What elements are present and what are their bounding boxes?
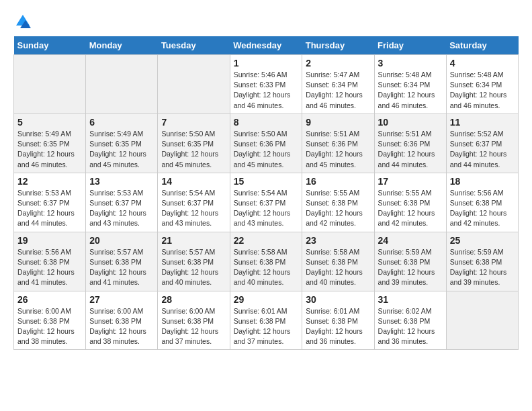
calendar-cell: 23Sunrise: 5:58 AM Sunset: 6:38 PM Dayli… bbox=[302, 232, 374, 291]
day-number: 22 bbox=[234, 235, 299, 246]
day-info: Sunrise: 5:58 AM Sunset: 6:38 PM Dayligh… bbox=[306, 247, 370, 288]
calendar-cell: 14Sunrise: 5:54 AM Sunset: 6:37 PM Dayli… bbox=[158, 173, 230, 232]
calendar-cell: 11Sunrise: 5:52 AM Sunset: 6:37 PM Dayli… bbox=[446, 113, 518, 173]
day-info: Sunrise: 5:48 AM Sunset: 6:34 PM Dayligh… bbox=[450, 70, 515, 111]
calendar-cell: 30Sunrise: 6:01 AM Sunset: 6:38 PM Dayli… bbox=[302, 291, 374, 350]
day-info: Sunrise: 5:49 AM Sunset: 6:35 PM Dayligh… bbox=[89, 129, 154, 170]
day-info: Sunrise: 5:59 AM Sunset: 6:38 PM Dayligh… bbox=[450, 247, 515, 288]
day-info: Sunrise: 5:48 AM Sunset: 6:34 PM Dayligh… bbox=[378, 70, 443, 111]
weekday-header: Tuesday bbox=[158, 36, 230, 55]
calendar-cell: 27Sunrise: 6:00 AM Sunset: 6:38 PM Dayli… bbox=[86, 291, 158, 350]
weekday-header: Saturday bbox=[446, 36, 518, 55]
day-number: 2 bbox=[306, 58, 370, 68]
day-number: 19 bbox=[17, 235, 82, 246]
day-number: 3 bbox=[378, 58, 443, 68]
day-number: 1 bbox=[234, 58, 299, 68]
day-number: 16 bbox=[306, 176, 370, 187]
day-info: Sunrise: 5:55 AM Sunset: 6:38 PM Dayligh… bbox=[306, 188, 370, 229]
day-number: 5 bbox=[17, 117, 82, 128]
calendar-cell: 15Sunrise: 5:54 AM Sunset: 6:37 PM Dayli… bbox=[230, 173, 302, 232]
day-info: Sunrise: 5:51 AM Sunset: 6:36 PM Dayligh… bbox=[306, 129, 370, 170]
day-number: 6 bbox=[89, 117, 154, 128]
calendar-cell: 31Sunrise: 6:02 AM Sunset: 6:38 PM Dayli… bbox=[374, 291, 446, 350]
weekday-header: Sunday bbox=[14, 36, 86, 55]
day-number: 11 bbox=[450, 117, 515, 128]
logo-icon bbox=[15, 13, 31, 30]
day-number: 8 bbox=[234, 117, 299, 128]
day-info: Sunrise: 5:59 AM Sunset: 6:38 PM Dayligh… bbox=[378, 247, 443, 288]
calendar-cell: 4Sunrise: 5:48 AM Sunset: 6:34 PM Daylig… bbox=[446, 55, 518, 114]
day-info: Sunrise: 5:54 AM Sunset: 6:37 PM Dayligh… bbox=[234, 188, 299, 229]
day-info: Sunrise: 5:58 AM Sunset: 6:38 PM Dayligh… bbox=[234, 247, 299, 288]
day-info: Sunrise: 6:02 AM Sunset: 6:38 PM Dayligh… bbox=[378, 306, 443, 347]
weekday-header: Monday bbox=[86, 36, 158, 55]
day-number: 18 bbox=[450, 176, 515, 187]
page-header bbox=[13, 13, 519, 30]
calendar-cell: 26Sunrise: 6:00 AM Sunset: 6:38 PM Dayli… bbox=[14, 291, 86, 350]
calendar-cell: 21Sunrise: 5:57 AM Sunset: 6:38 PM Dayli… bbox=[158, 232, 230, 291]
day-number: 23 bbox=[306, 235, 370, 246]
calendar-cell: 6Sunrise: 5:49 AM Sunset: 6:35 PM Daylig… bbox=[86, 113, 158, 173]
day-info: Sunrise: 6:00 AM Sunset: 6:38 PM Dayligh… bbox=[161, 306, 226, 347]
day-number: 30 bbox=[306, 294, 370, 305]
calendar-cell: 29Sunrise: 6:01 AM Sunset: 6:38 PM Dayli… bbox=[230, 291, 302, 350]
calendar-week-row: 1Sunrise: 5:46 AM Sunset: 6:33 PM Daylig… bbox=[14, 55, 519, 114]
calendar-cell: 10Sunrise: 5:51 AM Sunset: 6:36 PM Dayli… bbox=[374, 113, 446, 173]
calendar-table: SundayMondayTuesdayWednesdayThursdayFrid… bbox=[13, 36, 519, 350]
weekday-header: Wednesday bbox=[230, 36, 302, 55]
day-number: 29 bbox=[234, 294, 299, 305]
calendar-cell: 1Sunrise: 5:46 AM Sunset: 6:33 PM Daylig… bbox=[230, 55, 302, 114]
day-number: 17 bbox=[378, 176, 443, 187]
calendar-week-row: 19Sunrise: 5:56 AM Sunset: 6:38 PM Dayli… bbox=[14, 232, 519, 291]
calendar-cell: 5Sunrise: 5:49 AM Sunset: 6:35 PM Daylig… bbox=[14, 113, 86, 173]
day-number: 7 bbox=[161, 117, 226, 128]
day-number: 28 bbox=[161, 294, 226, 305]
day-number: 25 bbox=[450, 235, 515, 246]
calendar-cell: 28Sunrise: 6:00 AM Sunset: 6:38 PM Dayli… bbox=[158, 291, 230, 350]
calendar-cell: 18Sunrise: 5:56 AM Sunset: 6:38 PM Dayli… bbox=[446, 173, 518, 232]
calendar-cell: 3Sunrise: 5:48 AM Sunset: 6:34 PM Daylig… bbox=[374, 55, 446, 114]
logo bbox=[13, 13, 31, 30]
day-info: Sunrise: 5:56 AM Sunset: 6:38 PM Dayligh… bbox=[450, 188, 515, 229]
day-info: Sunrise: 5:50 AM Sunset: 6:36 PM Dayligh… bbox=[234, 129, 299, 170]
calendar-cell bbox=[86, 55, 158, 114]
calendar-week-row: 12Sunrise: 5:53 AM Sunset: 6:37 PM Dayli… bbox=[14, 173, 519, 232]
day-info: Sunrise: 6:01 AM Sunset: 6:38 PM Dayligh… bbox=[306, 306, 370, 347]
calendar-cell: 2Sunrise: 5:47 AM Sunset: 6:34 PM Daylig… bbox=[302, 55, 374, 114]
calendar-cell: 7Sunrise: 5:50 AM Sunset: 6:35 PM Daylig… bbox=[158, 113, 230, 173]
day-info: Sunrise: 5:57 AM Sunset: 6:38 PM Dayligh… bbox=[161, 247, 226, 288]
calendar-cell: 13Sunrise: 5:53 AM Sunset: 6:37 PM Dayli… bbox=[86, 173, 158, 232]
day-info: Sunrise: 5:55 AM Sunset: 6:38 PM Dayligh… bbox=[378, 188, 443, 229]
calendar-cell: 19Sunrise: 5:56 AM Sunset: 6:38 PM Dayli… bbox=[14, 232, 86, 291]
day-info: Sunrise: 5:46 AM Sunset: 6:33 PM Dayligh… bbox=[234, 70, 299, 111]
day-number: 20 bbox=[89, 235, 154, 246]
day-number: 13 bbox=[89, 176, 154, 187]
day-info: Sunrise: 6:00 AM Sunset: 6:38 PM Dayligh… bbox=[17, 306, 82, 347]
day-info: Sunrise: 5:52 AM Sunset: 6:37 PM Dayligh… bbox=[450, 129, 515, 170]
calendar-cell: 24Sunrise: 5:59 AM Sunset: 6:38 PM Dayli… bbox=[374, 232, 446, 291]
calendar-cell bbox=[14, 55, 86, 114]
day-info: Sunrise: 5:56 AM Sunset: 6:38 PM Dayligh… bbox=[17, 247, 82, 288]
calendar-week-row: 5Sunrise: 5:49 AM Sunset: 6:35 PM Daylig… bbox=[14, 113, 519, 173]
weekday-header: Friday bbox=[374, 36, 446, 55]
calendar-week-row: 26Sunrise: 6:00 AM Sunset: 6:38 PM Dayli… bbox=[14, 291, 519, 350]
calendar-cell: 9Sunrise: 5:51 AM Sunset: 6:36 PM Daylig… bbox=[302, 113, 374, 173]
calendar-cell: 20Sunrise: 5:57 AM Sunset: 6:38 PM Dayli… bbox=[86, 232, 158, 291]
day-number: 31 bbox=[378, 294, 443, 305]
day-number: 14 bbox=[161, 176, 226, 187]
day-number: 4 bbox=[450, 58, 515, 68]
day-info: Sunrise: 5:47 AM Sunset: 6:34 PM Dayligh… bbox=[306, 70, 370, 111]
calendar-cell: 16Sunrise: 5:55 AM Sunset: 6:38 PM Dayli… bbox=[302, 173, 374, 232]
day-info: Sunrise: 6:00 AM Sunset: 6:38 PM Dayligh… bbox=[89, 306, 154, 347]
day-number: 9 bbox=[306, 117, 370, 128]
weekday-header: Thursday bbox=[302, 36, 374, 55]
day-info: Sunrise: 5:57 AM Sunset: 6:38 PM Dayligh… bbox=[89, 247, 154, 288]
calendar-cell bbox=[158, 55, 230, 114]
day-number: 12 bbox=[17, 176, 82, 187]
day-info: Sunrise: 5:49 AM Sunset: 6:35 PM Dayligh… bbox=[17, 129, 82, 170]
day-info: Sunrise: 5:51 AM Sunset: 6:36 PM Dayligh… bbox=[378, 129, 443, 170]
calendar-cell: 22Sunrise: 5:58 AM Sunset: 6:38 PM Dayli… bbox=[230, 232, 302, 291]
calendar-cell: 8Sunrise: 5:50 AM Sunset: 6:36 PM Daylig… bbox=[230, 113, 302, 173]
day-info: Sunrise: 5:53 AM Sunset: 6:37 PM Dayligh… bbox=[17, 188, 82, 229]
day-number: 15 bbox=[234, 176, 299, 187]
